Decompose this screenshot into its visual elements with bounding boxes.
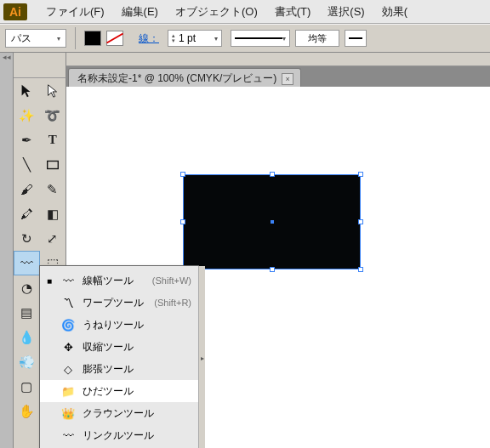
flyout-wrinkle-tool[interactable]: 〰 リンクルツール <box>40 424 198 446</box>
options-bar: パス ▾ 線： ▴▾ 1 pt ▾ ▾ 均等 <box>0 24 490 53</box>
width-tool-icon: 〰 <box>60 273 76 288</box>
crystallize-tool-icon: 👑 <box>60 405 76 421</box>
stroke-weight-value: 1 pt <box>179 32 196 44</box>
lasso-tool[interactable]: ➰ <box>40 103 66 128</box>
menu-object[interactable]: オブジェクト(O) <box>170 3 263 21</box>
stroke-label[interactable]: 線： <box>139 31 159 46</box>
chevron-down-icon: ▾ <box>214 35 218 43</box>
flyout-label: リンクルツール <box>83 428 154 443</box>
flyout-label: うねりツール <box>83 318 144 332</box>
resize-handle[interactable] <box>180 219 185 224</box>
stroke-style-dropdown[interactable] <box>345 30 367 47</box>
svg-rect-0 <box>47 161 58 168</box>
stroke-weight-field[interactable]: ▴▾ 1 pt ▾ <box>168 30 222 47</box>
resize-handle[interactable] <box>270 172 275 177</box>
panel-dock-strip[interactable]: ◂◂ <box>0 53 14 448</box>
app-logo: Ai <box>3 3 27 20</box>
flyout-shortcut: (Shift+R) <box>154 298 191 308</box>
flyout-label: ワープツール <box>83 296 144 310</box>
flyout-bloat-tool[interactable]: ◇ 膨張ツール <box>40 358 198 380</box>
pen-tool[interactable]: ✒ <box>14 128 40 152</box>
pucker-tool-icon: ✥ <box>60 339 76 354</box>
warp-tool-icon: 〽 <box>60 295 76 310</box>
tools-header <box>14 53 66 78</box>
resize-handle[interactable] <box>358 267 363 272</box>
flyout-warp-tool[interactable]: 〽 ワープツール (Shift+R) <box>40 292 198 314</box>
selection-tool[interactable] <box>14 78 40 103</box>
flyout-label: 収縮ツール <box>83 340 134 354</box>
fill-swatch[interactable] <box>84 31 101 46</box>
flyout-scallop-tool[interactable]: 📁 ひだツール <box>40 380 198 402</box>
menu-effect[interactable]: 効果( <box>377 3 413 21</box>
flyout-twirl-tool[interactable]: 🌀 うねりツール <box>40 314 198 336</box>
selection-type-label: パス <box>11 31 31 46</box>
center-point <box>271 220 274 224</box>
flyout-pucker-tool[interactable]: ✥ 収縮ツール <box>40 336 198 358</box>
brush-dropdown[interactable]: 均等 <box>295 30 339 47</box>
resize-handle[interactable] <box>358 219 363 224</box>
direct-selection-tool[interactable] <box>40 78 66 103</box>
rectangle-tool[interactable] <box>40 152 66 177</box>
symbol-sprayer-tool[interactable]: 💨 <box>14 349 40 374</box>
width-tool[interactable]: 〰 <box>14 251 40 275</box>
scallop-tool-icon: 📁 <box>60 383 76 399</box>
chevron-down-icon: ▾ <box>282 35 286 43</box>
close-icon[interactable]: × <box>282 73 293 85</box>
selected-mark-icon: ■ <box>47 276 54 286</box>
flyout-label: 線幅ツール <box>83 274 134 288</box>
grip-icon: ◂◂ <box>0 53 13 61</box>
chevron-down-icon: ▾ <box>57 35 60 43</box>
flyout-label: ひだツール <box>83 384 134 399</box>
resize-handle[interactable] <box>270 267 275 272</box>
wrinkle-tool-icon: 〰 <box>60 428 76 443</box>
document-tab[interactable]: 名称未設定-1* @ 100% (CMYK/プレビュー) × <box>68 68 301 87</box>
flyout-label: クラウンツール <box>83 406 154 421</box>
bloat-tool-icon: ◇ <box>60 361 76 377</box>
twirl-tool-icon: 🌀 <box>60 317 76 332</box>
scale-tool[interactable]: ⤢ <box>40 226 66 251</box>
pencil-tool[interactable]: ✎ <box>40 177 66 201</box>
type-tool[interactable]: T <box>40 128 66 152</box>
tearoff-handle[interactable]: ▸ <box>198 266 205 448</box>
menu-edit[interactable]: 編集(E) <box>117 3 163 21</box>
mesh-tool[interactable]: ▤ <box>14 300 40 325</box>
brush-label: 均等 <box>308 32 327 45</box>
flyout-shortcut: (Shift+W) <box>152 275 191 286</box>
separator <box>75 27 76 49</box>
stroke-swatch[interactable] <box>106 31 123 46</box>
document-tab-bar: 名称未設定-1* @ 100% (CMYK/プレビュー) × <box>66 66 490 87</box>
menu-type[interactable]: 書式(T) <box>270 3 316 21</box>
flyout-label: 膨張ツール <box>83 362 134 377</box>
line-icon <box>349 37 362 39</box>
doc-bar-bg <box>66 53 490 66</box>
selected-rectangle[interactable] <box>183 174 361 269</box>
selection-type-dropdown[interactable]: パス ▾ <box>5 29 66 48</box>
magic-wand-tool[interactable]: ✨ <box>14 103 40 128</box>
menu-select[interactable]: 選択(S) <box>322 3 369 21</box>
profile-line-icon <box>235 37 282 39</box>
eraser-tool[interactable]: ◧ <box>40 201 66 226</box>
stroke-profile-dropdown[interactable]: ▾ <box>231 30 290 47</box>
stepper-icon[interactable]: ▴▾ <box>172 33 175 43</box>
shape-builder-tool[interactable]: ◔ <box>14 275 40 300</box>
menu-bar: Ai ファイル(F) 編集(E) オブジェクト(O) 書式(T) 選択(S) 効… <box>0 0 490 24</box>
flyout-width-tool[interactable]: ■ 〰 線幅ツール (Shift+W) <box>40 269 198 292</box>
tool-flyout-menu: ■ 〰 線幅ツール (Shift+W) 〽 ワープツール (Shift+R) 🌀… <box>39 265 199 448</box>
resize-handle[interactable] <box>358 172 363 177</box>
eyedropper-tool[interactable]: 💧 <box>14 325 40 349</box>
line-tool[interactable]: ╲ <box>14 152 40 177</box>
resize-handle[interactable] <box>180 172 185 177</box>
flyout-crystallize-tool[interactable]: 👑 クラウンツール <box>40 402 198 424</box>
menu-file[interactable]: ファイル(F) <box>41 3 110 21</box>
document-title: 名称未設定-1* @ 100% (CMYK/プレビュー) <box>77 71 276 86</box>
hand-tool[interactable]: ✋ <box>14 399 40 423</box>
blob-brush-tool[interactable]: 🖍 <box>14 201 40 226</box>
paintbrush-tool[interactable]: 🖌 <box>14 177 40 201</box>
artboard-tool[interactable]: ▢ <box>14 374 40 399</box>
rotate-tool[interactable]: ↻ <box>14 226 40 251</box>
